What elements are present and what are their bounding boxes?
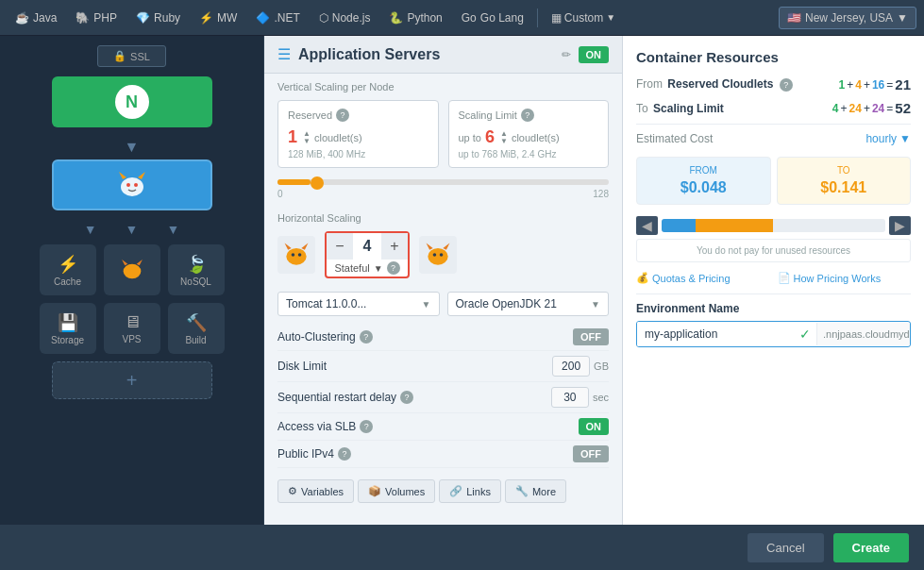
reserved-cloudlets-info-icon[interactable]: ? (780, 78, 793, 92)
scaling-limit-info-icon[interactable]: ? (521, 109, 534, 122)
edit-icon[interactable]: ✏ (562, 48, 571, 61)
custom-caret-icon: ▼ (606, 12, 615, 23)
vps-icon: 🖥 (124, 312, 141, 332)
nav-java[interactable]: ☕ Java (8, 8, 64, 28)
variables-label: Variables (301, 486, 344, 497)
region-flag-icon: 🇺🇸 (787, 11, 801, 25)
setting-autoclustering: Auto-Clustering ? OFF (277, 324, 609, 351)
variables-icon: ⚙ (288, 485, 297, 497)
slb-toggle[interactable]: ON (579, 418, 610, 435)
tomcat-small-node[interactable] (104, 244, 160, 295)
scaling-bar (696, 219, 774, 232)
nav-nodejs[interactable]: ⬡ Node.js (311, 8, 378, 28)
region-selector[interactable]: 🇺🇸 New Jersey, USA ▼ (779, 7, 916, 29)
counter-row: − 4 + (327, 233, 408, 260)
hourly-button[interactable]: hourly ▼ (865, 132, 911, 145)
slider-labels: 0 128 (277, 189, 609, 199)
reserved-stepper[interactable]: ▲ ▼ (303, 130, 311, 145)
vps-node[interactable]: 🖥 VPS (104, 303, 160, 354)
disk-amount[interactable]: 200 (552, 356, 590, 377)
add-node-button[interactable]: + (52, 361, 212, 399)
counter-minus-button[interactable]: − (327, 233, 353, 260)
env-domain-label: .nnjpaas.cloudmydc.com (816, 323, 911, 345)
scaling-stepper[interactable]: ▲ ▼ (500, 130, 508, 145)
nav-ruby-label: Ruby (154, 11, 180, 25)
links-button[interactable]: 🔗 Links (439, 479, 501, 503)
counter-plus-button[interactable]: + (381, 233, 408, 260)
three-arrows-down: ▼ ▼ ▼ (84, 222, 180, 237)
power-toggle[interactable]: ON (579, 46, 610, 63)
cancel-button[interactable]: Cancel (748, 533, 823, 562)
build-node[interactable]: 🔨 Build (168, 303, 225, 354)
to-total: 52 (895, 100, 911, 116)
nosql-node[interactable]: 🍃 NoSQL (168, 244, 225, 295)
nav-ruby[interactable]: 💎 Ruby (128, 8, 188, 28)
nav-mw[interactable]: ⚡ MW (192, 8, 244, 28)
scaling-slider-handle[interactable] (311, 176, 324, 190)
restart-info-icon[interactable]: ? (400, 391, 413, 404)
horizontal-scaling-label: Horizontal Scaling (277, 212, 609, 224)
scaling-slider-track[interactable] (277, 179, 609, 185)
scaling-controls: Reserved ? 1 ▲ ▼ cloudlet(s) 128 MiB, 40… (264, 96, 622, 172)
tomcat-small-icon (119, 257, 145, 283)
nginx-node[interactable]: N (52, 76, 212, 127)
nav-custom-label: Custom (564, 11, 603, 25)
to-formula: 4 + 24 + 24 = 52 (832, 100, 911, 116)
restart-label: Sequential restart delay ? (277, 391, 551, 404)
scaling-down-icon[interactable]: ▼ (500, 138, 508, 145)
add-icon: + (126, 370, 138, 392)
reserved-cloudlets-label: Reserved Cloudlets (667, 77, 773, 91)
volumes-label: Volumes (385, 486, 425, 497)
nav-custom[interactable]: ▦ Custom ▼ (544, 8, 623, 28)
region-label: New Jersey, USA (805, 11, 893, 25)
slb-value: ON (579, 418, 610, 435)
from-total: 21 (895, 76, 911, 92)
tomcat-dropdown[interactable]: Tomcat 11.0.0... ▼ (277, 292, 440, 316)
create-button[interactable]: Create (833, 533, 909, 562)
reserved-down-icon[interactable]: ▼ (303, 138, 311, 145)
variables-button[interactable]: ⚙ Variables (277, 479, 354, 503)
nosql-label: NoSQL (180, 277, 211, 287)
stateful-info-icon[interactable]: ? (387, 261, 400, 275)
scaling-limit-box: Scaling Limit ? up to 6 ▲ ▼ cloudlet(s) … (448, 100, 610, 168)
stateful-caret-icon[interactable]: ▼ (374, 263, 383, 274)
volumes-button[interactable]: 📦 Volumes (358, 479, 435, 503)
nav-php[interactable]: 🐘 PHP (68, 8, 125, 28)
ssl-button[interactable]: 🔒 SSL (97, 45, 166, 67)
slb-info-icon[interactable]: ? (360, 420, 373, 433)
reserved-control: 1 ▲ ▼ cloudlet(s) (288, 127, 428, 147)
tomcat-node-main[interactable] (52, 159, 212, 210)
env-name-input[interactable] (637, 322, 794, 346)
svg-marker-15 (443, 243, 449, 250)
reserved-info-icon[interactable]: ? (336, 109, 349, 122)
ipv4-toggle[interactable]: OFF (573, 445, 609, 462)
quotas-pricing-link[interactable]: 💰 Quotas & Pricing (636, 272, 770, 284)
restart-value: 30 sec (551, 387, 609, 408)
autoclustering-toggle[interactable]: OFF (573, 328, 609, 345)
ipv4-info-icon[interactable]: ? (338, 447, 351, 461)
nav-go[interactable]: Go Go Lang (454, 8, 531, 28)
divider-1 (636, 124, 911, 125)
svg-point-17 (440, 253, 444, 257)
more-button[interactable]: 🔧 More (505, 479, 566, 503)
slider-max-label: 128 (593, 189, 609, 199)
cache-node[interactable]: ⚡ Cache (40, 244, 96, 295)
more-wrench-icon: 🔧 (515, 485, 529, 497)
restart-amount[interactable]: 30 (551, 387, 589, 408)
from-cost-value: $0.048 (645, 179, 763, 196)
build-icon: 🔨 (186, 312, 207, 333)
jdk-dropdown[interactable]: Oracle OpenJDK 21 ▼ (447, 292, 610, 316)
nginx-logo: N (115, 85, 149, 119)
svg-point-16 (433, 253, 437, 257)
how-pricing-link[interactable]: 📄 How Pricing Works (778, 272, 912, 284)
svg-marker-2 (138, 172, 145, 179)
usage-bar (662, 219, 885, 232)
nav-net[interactable]: 🔷 .NET (248, 8, 307, 28)
nav-python[interactable]: 🐍 Python (381, 8, 449, 28)
usage-note: You do not pay for unused resources (636, 239, 911, 262)
autoclustering-info-icon[interactable]: ? (360, 330, 373, 344)
disk-value: 200 GB (552, 356, 609, 377)
usage-nav-prev[interactable]: ◀ (636, 216, 658, 235)
storage-node[interactable]: 💾 Storage (40, 303, 96, 354)
usage-nav-next[interactable]: ▶ (889, 216, 911, 235)
